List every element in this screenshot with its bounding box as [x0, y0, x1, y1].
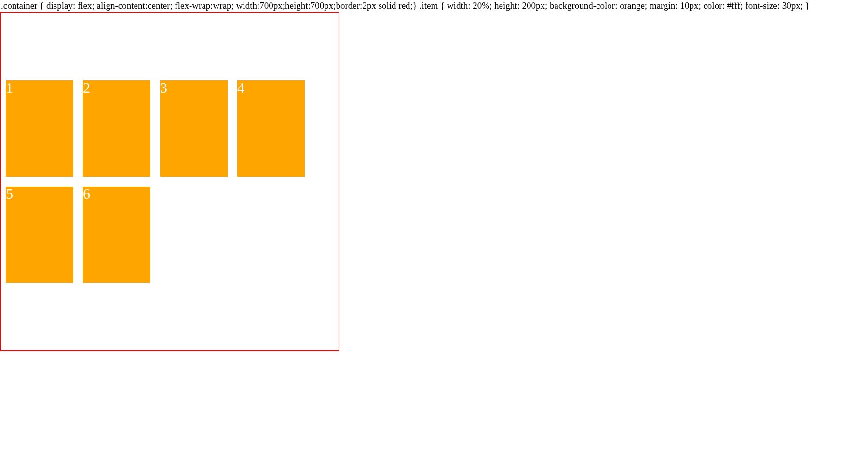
flex-container: 1 2 3 4 5 6 [0, 12, 339, 351]
flex-item-3: 3 [160, 80, 228, 177]
flex-item-1: 1 [6, 80, 73, 177]
css-code-line: .container { display: flex; align-conten… [0, 0, 868, 12]
flex-item-4: 4 [237, 80, 305, 177]
flex-item-2: 2 [83, 80, 150, 177]
flex-item-5: 5 [6, 187, 73, 283]
flex-item-6: 6 [83, 187, 150, 283]
